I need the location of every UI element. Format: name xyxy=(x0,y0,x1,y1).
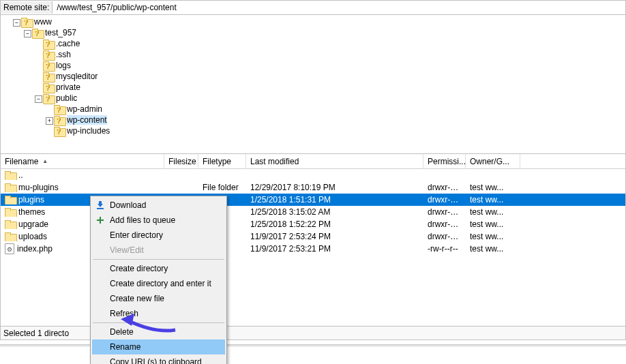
tree-label: wp-content xyxy=(67,115,107,125)
column-filetype[interactable]: Filetype xyxy=(198,154,246,168)
folder-icon: ? xyxy=(54,105,65,114)
filename-label: upgrade xyxy=(18,219,48,229)
menu-create-new-file[interactable]: Create new file xyxy=(92,291,225,306)
cell-type: File folder xyxy=(198,183,246,192)
menu-delete[interactable]: Delete xyxy=(92,324,225,339)
cell-perm: -rw-r--r-- xyxy=(423,244,466,254)
tree-label: private xyxy=(56,82,80,92)
tree-label: mysqleditor xyxy=(56,72,98,81)
cell-mod: 12/29/2017 8:10:19 PM xyxy=(246,183,423,192)
list-header: Filename▲ Filesize Filetype Last modifie… xyxy=(1,154,625,169)
folder-icon: ? xyxy=(43,94,54,103)
cell-mod: 1/25/2018 1:52:22 PM xyxy=(246,219,423,229)
folder-icon xyxy=(5,232,16,241)
folder-icon: ? xyxy=(54,127,65,136)
collapse-icon[interactable]: − xyxy=(13,19,20,27)
tree-item-public[interactable]: −?public xyxy=(1,93,625,104)
folder-icon: ? xyxy=(54,116,65,125)
cell-perm: drwxr-xr-x xyxy=(423,183,466,192)
column-filesize[interactable]: Filesize xyxy=(164,154,198,168)
folder-icon: ? xyxy=(43,50,54,59)
filename-label: uploads xyxy=(18,232,47,241)
menu-create-directory[interactable]: Create directory xyxy=(92,261,225,276)
tree-label: test_957 xyxy=(45,28,76,37)
menu-separator xyxy=(93,259,224,260)
tree-label: logs xyxy=(56,61,71,70)
column-permissions[interactable]: Permissi... xyxy=(423,154,466,168)
tree-label: wp-includes xyxy=(67,126,110,136)
remote-site-path[interactable]: /www/test_957/public/wp-content xyxy=(53,1,625,14)
folder-icon xyxy=(5,196,16,204)
tree-item--cache[interactable]: ?.cache xyxy=(1,38,625,49)
filename-label: plugins xyxy=(18,195,44,204)
cell-perm: drwxr-xr-x xyxy=(423,219,466,229)
filename-label: .. xyxy=(18,170,23,180)
column-owner[interactable]: Owner/G... xyxy=(466,154,520,168)
cell-perm: drwxr-xr-x xyxy=(423,195,466,204)
folder-icon xyxy=(5,208,16,217)
parent-folder-icon xyxy=(5,171,16,180)
menu-view-edit: View/Edit xyxy=(92,243,225,258)
collapse-icon[interactable]: − xyxy=(24,30,31,37)
tree-item-www[interactable]: −?www xyxy=(1,16,625,27)
tree-item-wp-content[interactable]: +?wp-content xyxy=(1,115,625,125)
download-icon xyxy=(95,200,106,211)
add-queue-icon xyxy=(95,215,106,226)
filename-label: index.php xyxy=(17,244,53,254)
cell-owner: test ww... xyxy=(466,232,520,241)
menu-copy-url[interactable]: Copy URL(s) to clipboard xyxy=(92,354,225,364)
cell-owner: test ww... xyxy=(466,219,520,229)
column-lastmodified[interactable]: Last modified xyxy=(246,154,423,168)
menu-refresh[interactable]: Refresh xyxy=(92,306,225,321)
folder-icon: ? xyxy=(21,18,32,27)
remote-site-label: Remote site: xyxy=(1,1,53,14)
tree-label: www xyxy=(34,17,52,27)
sort-caret-icon: ▲ xyxy=(42,158,48,164)
tree-label: .cache xyxy=(56,39,80,48)
cell-owner: test ww... xyxy=(466,207,520,217)
tree-item-wp-admin[interactable]: ?wp-admin xyxy=(1,104,625,115)
menu-create-directory-enter[interactable]: Create directory and enter it xyxy=(92,276,225,291)
tree-label: public xyxy=(56,93,77,103)
cell-mod: 1/25/2018 1:51:31 PM xyxy=(246,195,423,204)
menu-download[interactable]: Download xyxy=(92,198,225,213)
menu-enter-directory[interactable]: Enter directory xyxy=(92,228,225,243)
cell-owner: test ww... xyxy=(466,183,520,192)
cell-mod: 1/25/2018 3:15:02 AM xyxy=(246,207,423,217)
context-menu: Download Add files to queue Enter direct… xyxy=(90,196,227,364)
tree-item-mysqleditor[interactable]: ?mysqleditor xyxy=(1,71,625,82)
menu-separator xyxy=(93,322,224,323)
tree-item--ssh[interactable]: ?.ssh xyxy=(1,49,625,60)
filename-label: mu-plugins xyxy=(18,183,59,192)
cell-owner: test ww... xyxy=(466,195,520,204)
list-row-parent[interactable]: .. xyxy=(1,169,625,181)
cell-perm: drwxr-xr-x xyxy=(423,232,466,241)
folder-icon: ? xyxy=(32,29,43,37)
tree-label: .ssh xyxy=(56,50,71,59)
tree-item-logs[interactable]: ?logs xyxy=(1,60,625,71)
tree-item-private[interactable]: ?private xyxy=(1,82,625,93)
remote-tree-pane[interactable]: −?www−?test_957?.cache?.ssh?logs?mysqled… xyxy=(0,15,626,154)
tree-label: wp-admin xyxy=(67,104,102,114)
folder-icon: ? xyxy=(43,40,54,48)
cell-owner: test ww... xyxy=(466,244,520,254)
menu-rename[interactable]: Rename xyxy=(92,339,225,354)
svg-marker-0 xyxy=(98,201,103,207)
cell-perm: drwxr-xr-x xyxy=(423,207,466,217)
column-filename[interactable]: Filename▲ xyxy=(1,154,164,168)
php-file-icon: ⚙ xyxy=(5,243,14,254)
menu-add-to-queue[interactable]: Add files to queue xyxy=(92,213,225,228)
svg-rect-1 xyxy=(97,208,104,209)
folder-icon xyxy=(5,183,16,192)
tree-item-test-957[interactable]: −?test_957 xyxy=(1,27,625,38)
list-row-mu-plugins[interactable]: mu-pluginsFile folder12/29/2017 8:10:19 … xyxy=(1,181,625,194)
collapse-icon[interactable]: − xyxy=(35,95,42,103)
folder-icon: ? xyxy=(43,83,54,92)
folder-icon: ? xyxy=(43,61,54,70)
expand-icon[interactable]: + xyxy=(46,117,53,125)
folder-icon xyxy=(5,220,16,229)
cell-mod: 11/9/2017 2:53:24 PM xyxy=(246,232,423,241)
remote-site-bar: Remote site: /www/test_957/public/wp-con… xyxy=(0,0,626,15)
filename-label: themes xyxy=(18,207,45,217)
tree-item-wp-includes[interactable]: ?wp-includes xyxy=(1,125,625,136)
